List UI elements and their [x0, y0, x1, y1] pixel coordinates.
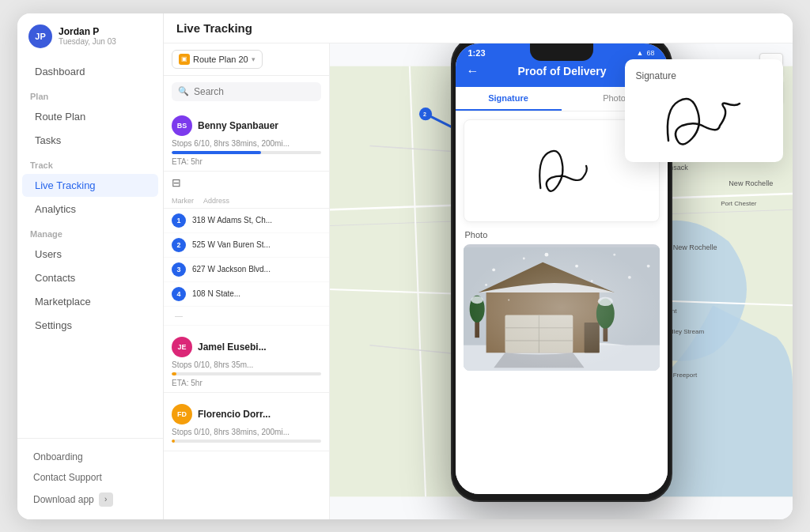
search-box[interactable]: 🔍 [172, 82, 321, 101]
stops-table-header: Marker Address [164, 194, 329, 209]
driver-name-florencio: Florencio Dorr... [198, 409, 271, 420]
col-address: Address [203, 197, 229, 205]
sidebar-item-contacts[interactable]: Contacts [22, 266, 158, 289]
svg-text:New Rochelle: New Rochelle [673, 243, 717, 251]
page-title: Live Tracking [176, 21, 252, 35]
stop-address-2: 525 W Van Buren St... [192, 240, 271, 249]
main-content: Live Tracking ▣ Route Plan 20 ▾ 🔍 [164, 13, 793, 519]
sidebar-item-dashboard[interactable]: Dashboard [22, 60, 158, 83]
sig-popup-content [636, 88, 772, 151]
driver-card-florencio: FD Florencio Dorr... Stops 0/10, 8hrs 38… [164, 396, 329, 451]
driver-card-jamel: JE Jamel Eusebi... Stops 0/10, 8hrs 35m.… [164, 329, 329, 393]
driver-name-benny: Benny Spanbauer [198, 120, 278, 131]
search-input[interactable] [194, 86, 315, 97]
col-marker: Marker [172, 197, 195, 205]
panel-toolbar: ▣ Route Plan 20 ▾ [164, 43, 329, 76]
driver-avatar-jamel: JE [172, 337, 192, 357]
stop-address-1: 318 W Adams St, Ch... [192, 216, 272, 224]
driver-name-jamel: Jamel Eusebi... [198, 341, 267, 353]
stop-row-3[interactable]: 3 627 W Jackson Blvd... [164, 258, 329, 282]
status-icons: ▲ 68 [637, 49, 655, 57]
stop-marker-1: 1 [172, 213, 186, 228]
svg-text:2: 2 [423, 111, 426, 117]
eta-benny: ETA: 5hr [172, 157, 321, 166]
sidebar-footer-download[interactable]: Download app › [27, 488, 153, 511]
stop-row-1[interactable]: 1 318 W Adams St, Ch... [164, 209, 329, 233]
svg-text:Freeport: Freeport [673, 372, 698, 379]
user-info: Jordan P Tuesday, Jun 03 [59, 26, 116, 46]
sidebar: JP Jordan P Tuesday, Jun 03 Dashboard Pl… [17, 13, 164, 519]
progress-fill-florencio [172, 440, 175, 443]
stop-row-2[interactable]: 2 525 W Van Buren St... [164, 233, 329, 258]
route-plan-label: Route Plan 20 [193, 55, 248, 64]
main-header: Live Tracking [164, 13, 793, 43]
app-title: Proof of Delivery [479, 65, 645, 77]
sidebar-item-settings[interactable]: Settings [22, 314, 158, 337]
driver-avatar-benny: BS [172, 115, 192, 136]
tab-signature[interactable]: Signature [456, 87, 562, 111]
sidebar-item-analytics[interactable]: Analytics [22, 198, 158, 221]
user-avatar: JP [28, 25, 52, 48]
sidebar-footer: Onboarding Contact Support Download app … [17, 438, 163, 519]
photo-label: Photo [464, 230, 660, 240]
driver-card-benny: BS Benny Spanbauer Stops 6/10, 8hrs 38mi… [164, 108, 329, 172]
sidebar-item-route-plan[interactable]: Route Plan [22, 105, 158, 128]
user-date: Tuesday, Jun 03 [59, 37, 116, 46]
driver-stops-florencio: Stops 0/10, 8hrs 38mins, 200mi... [172, 428, 321, 436]
stop-marker-2: 2 [172, 238, 186, 252]
driver-header-florencio: FD Florencio Dorr... [172, 404, 321, 424]
table-icon[interactable]: ⊟ [172, 176, 181, 189]
battery-icon: 68 [646, 49, 654, 57]
nav-category-track: Track [17, 153, 163, 173]
progress-fill-jamel [172, 372, 176, 375]
left-panel: ▣ Route Plan 20 ▾ 🔍 BS Benny Spanbauer S… [164, 43, 330, 519]
sidebar-item-marketplace[interactable]: Marketplace [22, 290, 158, 313]
chevron-down-icon: ▾ [252, 55, 255, 63]
search-icon: 🔍 [178, 86, 189, 96]
progress-fill-benny [172, 151, 261, 154]
photo-section: Photo [456, 230, 668, 379]
photo-placeholder [464, 244, 660, 371]
driver-avatar-florencio: FD [172, 404, 192, 424]
sidebar-nav: Dashboard Plan Route Plan Tasks Track Li… [17, 56, 163, 438]
download-app-label: Download app [33, 494, 94, 505]
progress-bar-benny [172, 151, 321, 154]
sidebar-item-users[interactable]: Users [22, 243, 158, 266]
table-icon-row: ⊟ [164, 172, 329, 194]
progress-bar-florencio [172, 440, 321, 443]
eta-jamel: ETA: 5hr [172, 379, 321, 387]
download-arrow-icon: › [99, 492, 113, 507]
phone-content: Photo [456, 111, 668, 494]
main-body: ▣ Route Plan 20 ▾ 🔍 BS Benny Spanbauer S… [164, 43, 793, 519]
driver-stops-jamel: Stops 0/10, 8hrs 35m... [172, 360, 321, 369]
sidebar-header: JP Jordan P Tuesday, Jun 03 [17, 13, 163, 56]
progress-bar-jamel [172, 372, 321, 375]
stop-marker-4: 4 [172, 287, 186, 301]
nav-category-manage: Manage [17, 221, 163, 242]
route-plan-icon: ▣ [179, 54, 190, 65]
stop-address-4: 108 N State... [192, 289, 240, 298]
user-name: Jordan P [59, 26, 116, 37]
stop-address-3: 627 W Jackson Blvd... [192, 265, 271, 274]
phone-notch [530, 43, 593, 61]
sidebar-item-tasks[interactable]: Tasks [22, 129, 158, 152]
signature-popup: Signature [625, 59, 783, 162]
svg-text:New Rochelle: New Rochelle [729, 179, 773, 187]
back-icon[interactable]: ← [467, 64, 479, 78]
driver-header-jamel: JE Jamel Eusebi... [172, 337, 321, 357]
wifi-icon: ▲ [637, 49, 644, 57]
stop-row-4[interactable]: 4 108 N State... [164, 282, 329, 307]
sidebar-footer-onboarding[interactable]: Onboarding [27, 447, 153, 467]
sidebar-item-live-tracking[interactable]: Live Tracking [22, 174, 158, 197]
route-plan-button[interactable]: ▣ Route Plan 20 ▾ [172, 50, 263, 69]
sig-popup-label: Signature [636, 70, 772, 81]
sidebar-footer-support[interactable]: Contact Support [27, 467, 153, 488]
snow-overlay [464, 244, 660, 371]
signature-drawing [510, 139, 613, 202]
driver-stops-benny: Stops 6/10, 8hrs 38mins, 200mi... [172, 139, 321, 148]
popup-signature-svg [641, 89, 767, 149]
app-container: JP Jordan P Tuesday, Jun 03 Dashboard Pl… [17, 13, 793, 519]
nav-category-plan: Plan [17, 84, 163, 104]
svg-text:Port Chester: Port Chester [721, 200, 756, 207]
map-area: Mahwah Nanuet Tannytow... White Plains N… [330, 43, 793, 519]
